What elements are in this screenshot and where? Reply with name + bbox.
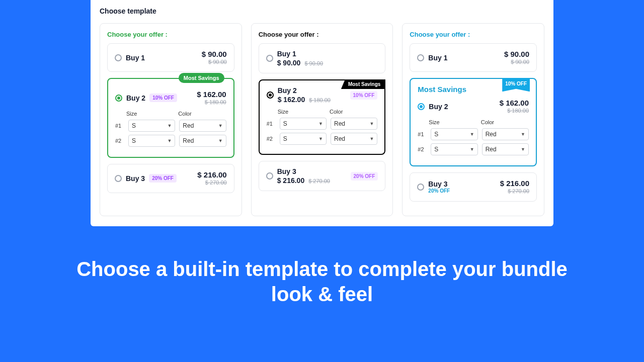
radio-icon[interactable] <box>266 55 273 62</box>
color-header: Color <box>178 111 226 117</box>
radio-icon[interactable] <box>115 54 122 61</box>
offer-buy3[interactable]: Buy 3 $ 216.00 $ 270.00 20% OFF <box>259 161 386 191</box>
price-col: $ 216.00 $ 270.00 <box>500 179 529 195</box>
color-select[interactable]: Red▼ <box>179 120 226 132</box>
offer-buy2-selected[interactable]: Most Savings Buy 2 10% OFF $ 162.00 $ 18… <box>107 78 234 158</box>
offer-title: Buy 2 <box>126 94 145 102</box>
color-select[interactable]: Red▼ <box>482 128 529 140</box>
offer-buy3[interactable]: Buy 3 20% OFF $ 216.00 $ 270.00 <box>410 172 537 201</box>
price: $ 162.00 <box>278 96 305 104</box>
template-panel: Choose template Choose your offer : Buy … <box>91 0 553 226</box>
discount-badge: 20% OFF <box>428 188 450 194</box>
template-card-green[interactable]: Choose your offer : Buy 1 $ 90.00 $ 90.0… <box>100 23 242 216</box>
radio-icon[interactable] <box>417 54 424 61</box>
compare-price: $ 90.00 <box>304 60 323 66</box>
offer-title: Buy 2 <box>429 103 448 111</box>
offer-title: Buy 1 <box>428 54 447 62</box>
size-header: Size <box>429 119 476 125</box>
card-header: Choose your offer : <box>410 31 537 38</box>
color-select[interactable]: Red▼ <box>179 135 226 147</box>
size-header: Size <box>126 111 174 117</box>
template-card-blue[interactable]: Choose your offer : Buy 1 $ 90.00 $ 90.0… <box>402 23 544 216</box>
price: $ 90.00 <box>277 59 301 67</box>
card-header: Choose your offer : <box>107 31 234 38</box>
radio-icon[interactable] <box>417 184 424 191</box>
panel-title: Choose template <box>100 7 544 15</box>
row-index: #2 <box>418 146 427 152</box>
chevron-down-icon: ▼ <box>369 136 374 141</box>
variant-area: Size Color #1 S▼ Red▼ #2 S▼ Red▼ <box>115 111 226 147</box>
offer-buy3[interactable]: Buy 3 20% OFF $ 216.00 $ 270.00 <box>107 164 234 193</box>
color-header: Color <box>481 119 529 125</box>
discount-badge: 20% OFF <box>149 174 177 183</box>
discount-badge: 20% OFF <box>351 172 378 180</box>
size-select[interactable]: S▼ <box>128 135 175 147</box>
discount-badge: 10% OFF <box>350 91 378 100</box>
offer-title: Buy 3 <box>126 174 145 183</box>
radio-icon[interactable] <box>267 92 274 99</box>
offer-buy2-selected[interactable]: 10% OFF Most Savings Buy 2 $ 162.00 $ 18… <box>410 78 537 166</box>
offer-title: Buy 3 <box>428 180 450 188</box>
price-col: $ 162.00 $ 180.00 <box>500 99 529 114</box>
chevron-down-icon: ▼ <box>218 123 223 128</box>
chevron-down-icon: ▼ <box>318 136 323 141</box>
offer-buy1[interactable]: Buy 1 $ 90.00 $ 90.00 <box>410 43 537 72</box>
color-header: Color <box>330 109 377 115</box>
chevron-down-icon: ▼ <box>167 138 172 143</box>
size-header: Size <box>278 109 326 115</box>
chevron-down-icon: ▼ <box>318 121 323 126</box>
row-index: #1 <box>115 123 124 129</box>
compare-price: $ 180.00 <box>309 97 331 103</box>
radio-icon[interactable] <box>115 95 122 102</box>
price-col: $ 216.00 $ 270.00 <box>197 170 226 186</box>
chevron-down-icon: ▼ <box>218 138 223 143</box>
hero-caption: Choose a built-in template to complete y… <box>0 256 644 307</box>
chevron-down-icon: ▼ <box>521 147 525 152</box>
chevron-down-icon: ▼ <box>369 121 374 126</box>
size-select[interactable]: S▼ <box>280 133 327 145</box>
size-select[interactable]: S▼ <box>431 128 477 140</box>
color-select[interactable]: Red▼ <box>482 143 529 155</box>
discount-badge: 10% OFF <box>149 94 177 102</box>
offer-title: Buy 1 <box>126 54 145 62</box>
color-select[interactable]: Red▼ <box>331 133 377 145</box>
row-index: #2 <box>115 138 124 144</box>
size-select[interactable]: S▼ <box>431 143 477 155</box>
chevron-down-icon: ▼ <box>470 132 474 137</box>
offer-title: Buy 3 <box>277 167 296 175</box>
variant-area: Size Color #1 S▼ Red▼ #2 S▼ Red▼ <box>418 119 529 155</box>
most-savings-badge: Most Savings <box>179 73 224 83</box>
compare-price: $ 270.00 <box>308 178 330 184</box>
size-select[interactable]: S▼ <box>128 120 175 132</box>
chevron-down-icon: ▼ <box>470 147 474 152</box>
offer-title: Buy 1 <box>277 50 296 58</box>
most-savings-badge: Most Savings <box>341 79 385 89</box>
row-index: #2 <box>267 136 276 142</box>
price-col: $ 90.00 $ 90.00 <box>504 50 529 65</box>
color-select[interactable]: Red▼ <box>331 118 377 130</box>
variant-area: Size Color #1 S▼ Red▼ #2 S▼ Red▼ <box>267 109 378 145</box>
size-select[interactable]: S▼ <box>280 118 327 130</box>
templates-row: Choose your offer : Buy 1 $ 90.00 $ 90.0… <box>100 23 544 216</box>
price-col: $ 162.00 $ 180.00 <box>197 90 226 106</box>
price-col: $ 90.00 $ 90.00 <box>202 50 227 65</box>
template-card-black[interactable]: Choose your offer : Buy 1 $ 90.00 $ 90.0… <box>251 23 393 216</box>
radio-icon[interactable] <box>115 175 122 182</box>
radio-icon[interactable] <box>418 103 425 110</box>
radio-icon[interactable] <box>266 172 273 179</box>
offer-buy1[interactable]: Buy 1 $ 90.00 $ 90.00 <box>259 43 386 73</box>
card-header: Choose your offer : <box>259 31 386 38</box>
chevron-down-icon: ▼ <box>167 123 172 128</box>
offer-buy2-selected[interactable]: Most Savings Buy 2 $ 162.00 $ 180.00 10%… <box>259 79 386 155</box>
offer-title: Buy 2 <box>278 86 297 95</box>
offer-buy1[interactable]: Buy 1 $ 90.00 $ 90.00 <box>107 43 234 72</box>
row-index: #1 <box>418 131 427 137</box>
chevron-down-icon: ▼ <box>521 132 525 137</box>
row-index: #1 <box>267 121 276 127</box>
price: $ 216.00 <box>277 176 305 185</box>
